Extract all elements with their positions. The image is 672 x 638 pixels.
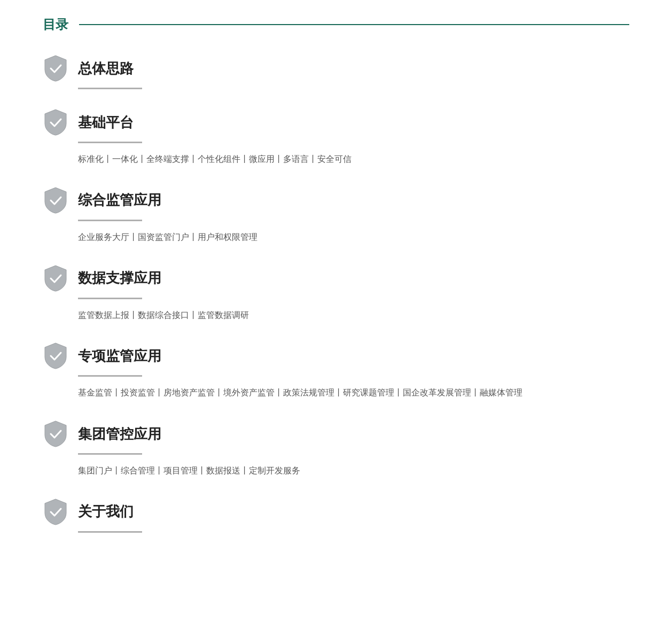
section-title: 专项监管应用 <box>78 347 161 365</box>
shield-icon <box>43 498 68 526</box>
page-header: 目录 <box>43 16 629 33</box>
section-header: 数据支撑应用 <box>43 264 629 292</box>
toc-section-6: 集团管控应用集团门户丨综合管理丨项目管理丨数据报送丨定制开发服务 <box>43 420 629 479</box>
toc-section-4: 数据支撑应用监管数据上报丨数据综合接口丨监管数据调研 <box>43 264 629 323</box>
section-underline <box>78 298 142 299</box>
section-title: 集团管控应用 <box>78 425 161 444</box>
section-header: 集团管控应用 <box>43 420 629 448</box>
section-underline <box>78 453 142 455</box>
section-underline <box>78 531 142 533</box>
section-title: 关于我们 <box>78 502 134 521</box>
section-title: 基础平台 <box>78 113 134 132</box>
section-desc: 企业服务大厅丨国资监管门户丨用户和权限管理 <box>78 230 629 245</box>
shield-icon <box>43 264 68 292</box>
section-header: 专项监管应用 <box>43 342 629 370</box>
section-desc: 标准化丨一体化丨全终端支撑丨个性化组件丨微应用丨多语言丨安全可信 <box>78 152 629 167</box>
section-underline <box>78 220 142 221</box>
section-underline <box>78 375 142 377</box>
section-desc: 监管数据上报丨数据综合接口丨监管数据调研 <box>78 308 629 323</box>
section-desc: 基金监管丨投资监管丨房地资产监管丨境外资产监管丨政策法规管理丨研究课题管理丨国企… <box>78 385 629 401</box>
section-header: 基础平台 <box>43 108 629 136</box>
section-title: 综合监管应用 <box>78 191 161 209</box>
toc-section-7: 关于我们 <box>43 498 629 533</box>
shield-icon <box>43 55 68 82</box>
header-divider <box>79 24 629 25</box>
section-header: 关于我们 <box>43 498 629 526</box>
section-desc: 集团门户丨综合管理丨项目管理丨数据报送丨定制开发服务 <box>78 463 629 479</box>
toc-section-1: 总体思路 <box>43 55 629 89</box>
section-underline <box>78 142 142 143</box>
shield-icon <box>43 108 68 136</box>
toc-section-5: 专项监管应用基金监管丨投资监管丨房地资产监管丨境外资产监管丨政策法规管理丨研究课… <box>43 342 629 401</box>
shield-icon <box>43 186 68 214</box>
section-header: 总体思路 <box>43 55 629 82</box>
section-title: 总体思路 <box>78 59 134 78</box>
toc-section-2: 基础平台标准化丨一体化丨全终端支撑丨个性化组件丨微应用丨多语言丨安全可信 <box>43 108 629 167</box>
toc-list: 总体思路 基础平台标准化丨一体化丨全终端支撑丨个性化组件丨微应用丨多语言丨安全可… <box>43 55 629 533</box>
page-title: 目录 <box>43 16 68 33</box>
section-title: 数据支撑应用 <box>78 269 161 287</box>
section-header: 综合监管应用 <box>43 186 629 214</box>
shield-icon <box>43 342 68 370</box>
shield-icon <box>43 420 68 448</box>
section-underline <box>78 88 142 89</box>
toc-section-3: 综合监管应用企业服务大厅丨国资监管门户丨用户和权限管理 <box>43 186 629 245</box>
